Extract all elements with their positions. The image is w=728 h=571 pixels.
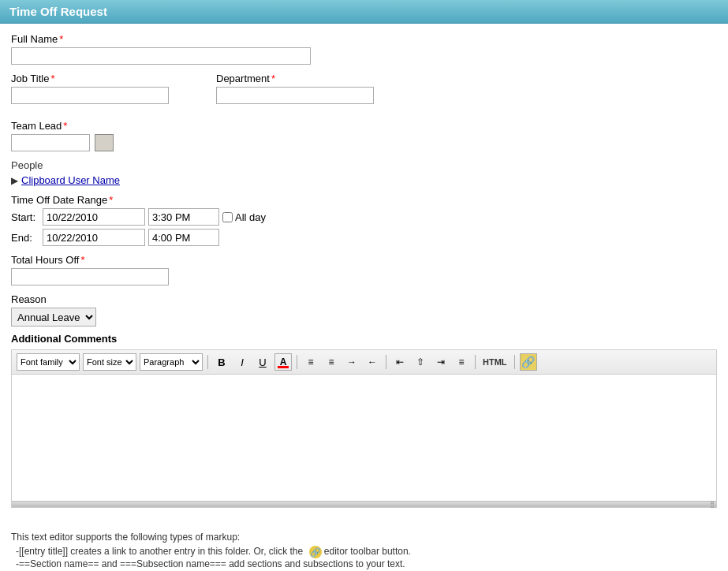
rich-text-editor: Font family Font size Paragraph B I (11, 349, 717, 508)
hint-item-2: -==Section name== and ===Subsection name… (0, 558, 728, 569)
indent-button[interactable]: → (343, 353, 360, 371)
team-lead-field-group: Team Lead* (11, 120, 717, 151)
start-date-row: Start: All day (11, 208, 717, 226)
team-lead-row (11, 134, 717, 151)
start-label: Start: (11, 211, 39, 223)
reason-select[interactable]: Annual Leave (11, 308, 96, 327)
people-section: People ▶ Clipboard User Name (11, 159, 717, 186)
separator-4 (475, 355, 476, 369)
allday-checkbox[interactable] (222, 212, 233, 222)
clipboard-user-name-link[interactable]: Clipboard User Name (21, 174, 120, 186)
date-range-label: Time Off Date Range* (11, 194, 717, 206)
underline-button[interactable]: U (254, 353, 271, 371)
job-title-input[interactable] (11, 87, 169, 104)
editor-resize-handle[interactable]: ⣿ (12, 501, 716, 507)
full-name-required: * (59, 33, 63, 45)
color-underline (278, 366, 289, 368)
job-title-department-row: Job Title* Department* (11, 73, 717, 112)
hint-item-1: -[[entry title]] creates a link to anoth… (0, 546, 728, 558)
total-hours-field-group: Total Hours Off* (11, 254, 717, 286)
paragraph-select[interactable]: Paragraph (140, 353, 203, 371)
department-input[interactable] (216, 87, 374, 104)
font-family-select[interactable]: Font family (17, 353, 80, 371)
clipboard-row: ▶ Clipboard User Name (11, 174, 717, 186)
insert-link-button[interactable]: 🔗 (520, 353, 537, 371)
end-date-row: End: (11, 229, 717, 246)
date-range-section: Time Off Date Range* Start: All day End: (11, 194, 717, 246)
separator-2 (297, 355, 297, 369)
team-lead-label: Team Lead* (11, 120, 717, 132)
full-name-label: Full Name* (11, 33, 717, 45)
outdent-button[interactable]: ← (364, 353, 381, 371)
team-lead-picker-button[interactable] (95, 134, 114, 151)
bold-button[interactable]: B (213, 353, 230, 371)
align-center-button[interactable]: ⇧ (412, 353, 429, 371)
html-button[interactable]: HTML (480, 356, 510, 368)
hint-intro: This text editor supports the following … (0, 525, 728, 546)
allday-label: All day (222, 211, 266, 223)
full-name-input[interactable] (11, 47, 311, 65)
resize-dots-icon: ⣿ (710, 502, 715, 508)
reason-section: Reason Annual Leave (11, 293, 717, 327)
font-size-select[interactable]: Font size (83, 353, 136, 371)
total-hours-input[interactable] (11, 268, 169, 286)
italic-button[interactable]: I (233, 353, 251, 371)
form-body: Full Name* Job Title* Department* Team L… (0, 24, 728, 525)
separator-1 (207, 355, 208, 369)
clipboard-arrow-icon: ▶ (11, 175, 18, 186)
additional-comments-section: Additional Comments Font family Font siz… (11, 333, 717, 508)
additional-comments-label: Additional Comments (11, 333, 717, 345)
page-title: Time Off Request (9, 5, 107, 18)
start-date-input[interactable] (43, 208, 145, 226)
full-name-field-group: Full Name* (11, 33, 717, 65)
text-color-button[interactable]: A (274, 353, 292, 371)
department-field-group: Department* (216, 73, 374, 104)
team-lead-input[interactable] (11, 134, 90, 151)
end-time-input[interactable] (148, 229, 219, 246)
list-ul-button[interactable]: ≡ (302, 353, 319, 371)
separator-3 (386, 355, 386, 369)
start-time-input[interactable] (148, 208, 219, 226)
editor-toolbar: Font family Font size Paragraph B I (12, 350, 716, 375)
department-label: Department* (216, 73, 374, 84)
reason-label: Reason (11, 293, 717, 305)
align-left-button[interactable]: ⇤ (391, 353, 409, 371)
align-justify-button[interactable]: ≡ (453, 353, 470, 371)
job-title-label: Job Title* (11, 73, 169, 84)
people-label: People (11, 159, 717, 171)
align-right-button[interactable]: ⇥ (432, 353, 450, 371)
job-title-field-group: Job Title* (11, 73, 169, 104)
total-hours-label: Total Hours Off* (11, 254, 717, 266)
list-ol-button[interactable]: ≡ (323, 353, 340, 371)
separator-5 (514, 355, 515, 369)
end-label: End: (11, 232, 39, 244)
end-date-input[interactable] (43, 229, 145, 246)
page-header: Time Off Request (0, 0, 728, 24)
editor-content-area[interactable] (12, 375, 716, 501)
hint-link-icon: 🔗 (309, 546, 322, 558)
